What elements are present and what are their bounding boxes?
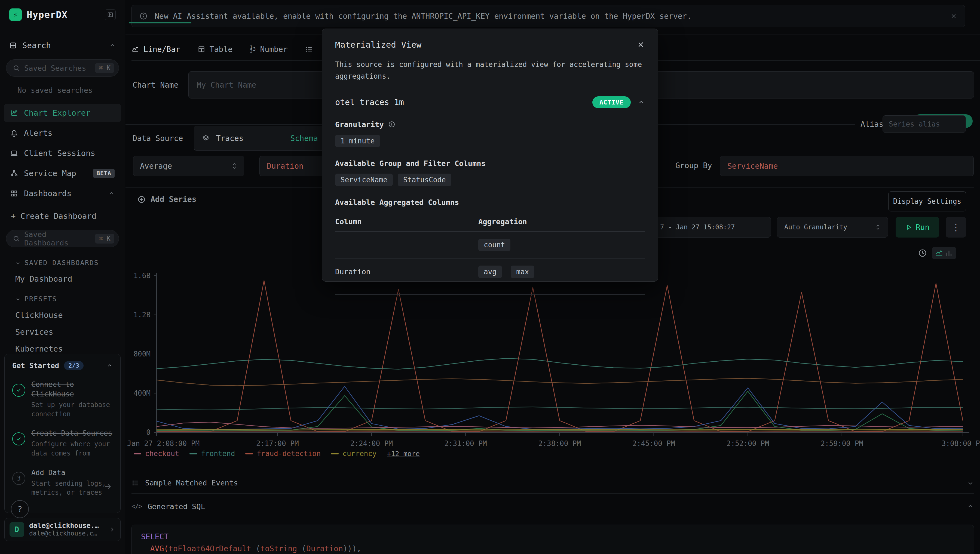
schema-link[interactable]: Schema [290,134,318,143]
column-cell [335,238,478,252]
add-series-label: Add Series [151,195,196,204]
get-started-step-add-data[interactable]: 3 Add Data Start sending logs, metrics, … [12,468,113,497]
chart-svg: 0400M800M1.2B1.6BJan 27 2:08:00 PM2:17:0… [126,269,980,459]
sidebar-item-client-sessions[interactable]: Client Sessions [4,144,121,162]
avatar: D [10,522,24,537]
laptop-icon [10,150,18,157]
sidebar-item-chart-explorer[interactable]: Chart Explorer [4,103,121,122]
saved-dashboards-group[interactable]: SAVED DASHBOARDS [15,259,125,267]
legend-label: frontend [201,449,235,458]
plus-circle-icon [137,195,146,204]
svg-text:800M: 800M [133,350,151,358]
chevron-up-icon[interactable] [109,42,116,49]
more-options-button[interactable]: ⋮ [946,217,966,237]
source-name: otel_traces_1m [335,97,404,107]
column-header: Column [335,213,478,231]
svg-text:2:31:00 PM: 2:31:00 PM [444,439,487,447]
user-email: dale@clickhouse.c… [29,530,99,537]
tab-label: Line/Bar [143,45,180,54]
aggregation-chip: max [511,266,534,278]
legend-item[interactable]: frontend [190,449,235,458]
active-tab-indicator [129,22,191,24]
materialized-view-source-row[interactable]: otel_traces_1m ACTIVE [335,96,645,108]
svg-text:1.2B: 1.2B [133,311,151,319]
sidebar-item-dashboards[interactable]: Dashboards [4,184,121,203]
clock-icon[interactable] [918,249,927,258]
list-icon [131,479,139,487]
help-button[interactable]: ? [11,500,29,518]
shortcut-badge: ⌘ K [95,63,114,73]
tab-label: Table [210,45,233,54]
sidebar-item-service-map[interactable]: Service Map BETA [4,164,121,183]
saved-searches-input[interactable]: Saved Searches ⌘ K [6,59,119,77]
legend-item[interactable]: currency [331,449,376,458]
tab-number[interactable]: 123 Number [250,38,287,60]
step-description: Set up your database connection [31,401,113,419]
sidebar-search-label: Search [22,41,51,50]
list-icon [305,45,313,53]
chevron-up-icon [967,503,974,510]
collapse-sidebar-button[interactable] [105,9,116,20]
svg-text:1.6B: 1.6B [133,272,151,280]
legend-swatch [190,453,197,454]
group-label-text: SAVED DASHBOARDS [24,259,99,267]
chart-tools [918,247,956,259]
data-source-value: Traces [216,134,243,143]
presets-group[interactable]: PRESETS [15,295,125,303]
step-title: Create Data Sources [31,428,113,438]
column-chip: StatusCode [398,174,451,186]
get-started-step-sources[interactable]: Create Data Sources Configure where your… [12,428,113,458]
add-series-button[interactable]: Add Series [137,195,196,204]
tab-line-bar[interactable]: Line/Bar [131,38,180,60]
sidebar-item-clickhouse[interactable]: ClickHouse [15,310,125,320]
user-menu[interactable]: D dale@clickhouse.… dale@clickhouse.c… [4,518,121,541]
table-row: Duration avg max [335,258,645,285]
bar-chart-toggle-icon[interactable] [945,249,953,257]
sidebar-item-my-dashboard[interactable]: My Dashboard [15,274,125,283]
generated-sql-code[interactable]: SELECT AVG(toFloat64OrDefault (toString … [131,525,974,554]
generated-sql-section[interactable]: </> Generated SQL [131,496,974,517]
number-icon: 123 [250,45,256,53]
group-by-label: Group By [676,161,712,170]
display-settings-label: Display Settings [893,197,961,205]
saved-dashboards-input[interactable]: Saved Dashboards ⌘ K [6,230,119,247]
step-description: Configure where your data comes from [31,440,113,458]
sample-matched-events-section[interactable]: Sample Matched Events [131,472,974,494]
tab-events-partial[interactable] [305,38,313,60]
timeseries-chart[interactable]: 0400M800M1.2B1.6BJan 27 2:08:00 PM2:17:0… [126,269,980,459]
run-button[interactable]: Run [896,217,939,237]
bell-icon [10,129,18,137]
sidebar-item-search[interactable]: Search [9,41,116,50]
sidebar-item-services[interactable]: Services [15,327,125,337]
group-by-input[interactable]: ServiceName [720,156,974,176]
chart-name-label: Chart Name [132,81,178,89]
sidebar-item-kubernetes[interactable]: Kubernetes [15,344,125,353]
chevron-down-icon [967,479,974,487]
legend-item[interactable]: checkout [134,449,179,458]
alias-input[interactable] [883,115,966,133]
chevron-up-icon[interactable] [638,99,645,106]
line-chart-icon [131,45,139,53]
svg-text:400M: 400M [133,389,151,397]
dashboards-grid-icon [10,189,18,197]
aggregation-select[interactable]: Average [133,156,244,176]
get-started-step-connect[interactable]: Connect to ClickHouse Set up your databa… [12,380,113,419]
line-chart-toggle-icon[interactable] [935,249,943,257]
get-started-header[interactable]: Get Started 2/3 [12,361,113,370]
legend-more-link[interactable]: +12 more [387,450,420,458]
legend-label: checkout [145,449,179,458]
legend-swatch [245,453,253,454]
chevron-up-icon[interactable] [107,363,113,369]
close-icon[interactable] [637,41,645,49]
create-dashboard-button[interactable]: + Create Dashboard [11,212,125,221]
field-value: Duration [267,162,304,170]
banner-close-icon[interactable] [950,13,957,19]
legend-item[interactable]: fraud-detection [245,449,321,458]
tab-table[interactable]: Table [198,38,233,60]
data-source-label: Data Source [132,134,183,143]
display-settings-button[interactable]: Display Settings [888,191,966,212]
granularity-label: Granularity [335,120,384,129]
step-title: Add Data [31,468,113,478]
granularity-select[interactable]: Auto Granularity [777,217,888,237]
sidebar-item-alerts[interactable]: Alerts [4,124,121,142]
